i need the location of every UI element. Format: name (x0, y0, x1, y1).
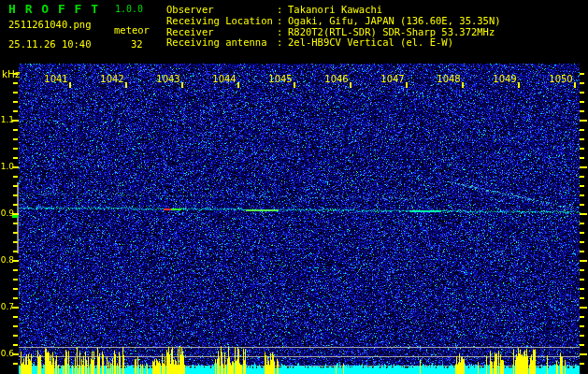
station-info: Observer : Takanori Kawachi Receiving Lo… (166, 5, 501, 49)
y-axis-label: 1.1 (0, 115, 14, 124)
y-axis-label: 1.0 (0, 162, 14, 171)
x-axis-label: 1047 (372, 74, 413, 84)
info-value: 2el-HB9CV Vertical (el. E-W) (288, 37, 501, 49)
info-label: Receiving antenna (166, 37, 277, 49)
y-axis-label: 0.9 (0, 209, 14, 218)
y-axis-label: 0.8 (0, 255, 14, 265)
x-axis-label: 1049 (484, 74, 525, 84)
x-axis-label: 1044 (204, 74, 245, 84)
x-axis-label: 1042 (92, 74, 133, 84)
mode-label: meteor (114, 25, 150, 36)
app-title: H R O F F T (8, 3, 99, 15)
timestamp: 25.11.26 10:40 (8, 39, 92, 50)
x-axis-label: 1043 (148, 74, 189, 84)
info-colon: : (277, 37, 288, 49)
file-name: 2511261040.png (8, 20, 92, 30)
hrofft-window: H R O F F T 1.0.0 2511261040.png meteor … (0, 0, 588, 374)
meteor-count: 32 (131, 39, 143, 50)
app-version: 1.0.0 (115, 5, 143, 14)
x-axis-label: 1045 (260, 74, 301, 84)
y-axis-unit-label: kHz (2, 69, 21, 79)
x-axis-label: 1050 (540, 74, 581, 84)
info-label: Receiving Location (166, 16, 277, 27)
info-colon: : (277, 16, 288, 27)
x-axis-label: 1041 (36, 74, 77, 84)
spectrogram-canvas (0, 0, 588, 374)
info-value: Ogaki, Gifu, JAPAN (136.60E, 35.35N) (288, 16, 501, 27)
x-axis-label: 1046 (316, 74, 357, 84)
y-axis-label: 0.6 (0, 349, 14, 358)
x-axis-label: 1048 (428, 74, 469, 84)
y-axis-label: 0.7 (0, 302, 14, 311)
